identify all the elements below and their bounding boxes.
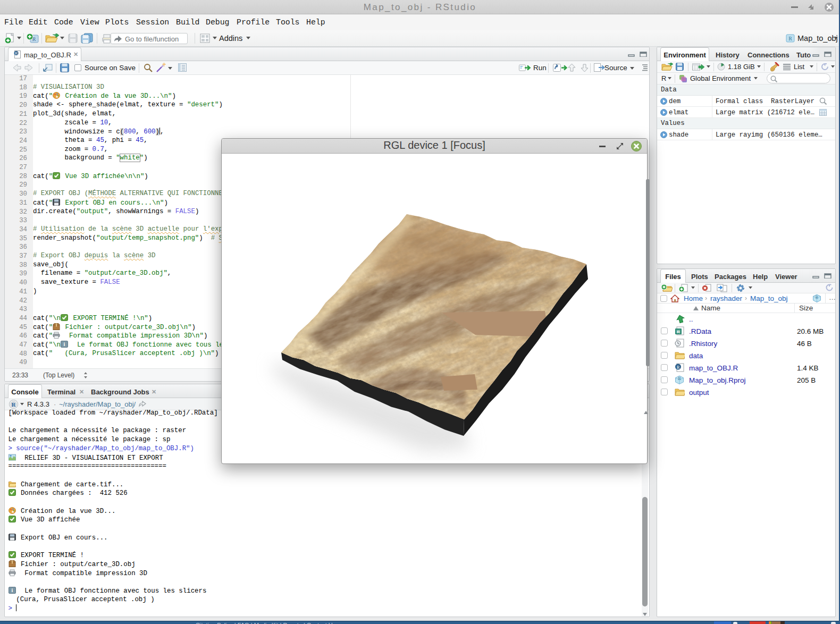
svg-text:R: R: [788, 36, 792, 41]
svg-text:i: i: [11, 587, 13, 593]
svg-text:R: R: [677, 365, 680, 370]
svg-text:R: R: [15, 52, 18, 55]
svg-text:R: R: [816, 295, 819, 300]
svg-text:R: R: [678, 376, 681, 381]
svg-text:i: i: [64, 341, 65, 347]
svg-text:R: R: [677, 330, 680, 334]
svg-text:R: R: [12, 401, 16, 408]
